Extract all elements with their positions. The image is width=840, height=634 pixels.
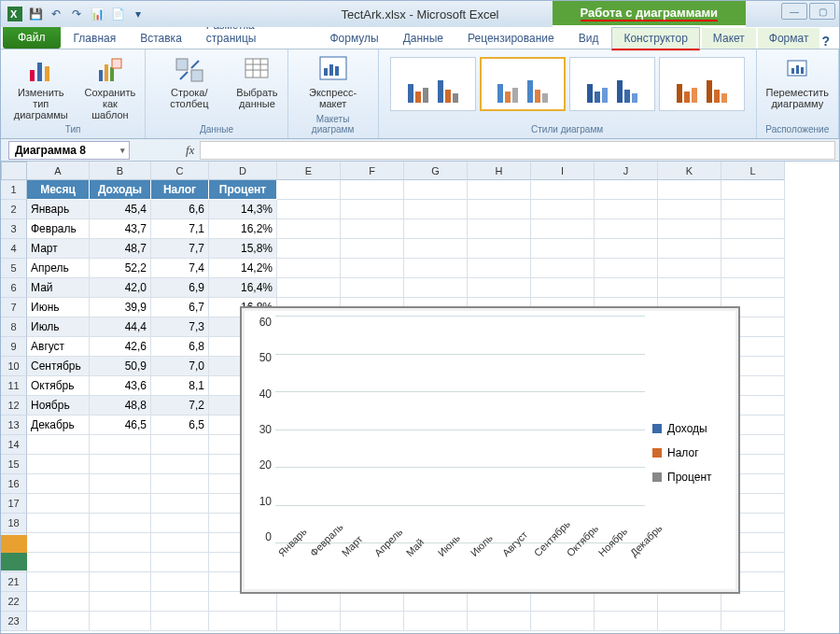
- cell[interactable]: [90, 612, 151, 631]
- cell[interactable]: 7,2: [151, 396, 209, 416]
- cell[interactable]: [27, 533, 90, 553]
- cell[interactable]: [341, 278, 404, 298]
- cell[interactable]: [404, 259, 468, 278]
- cell[interactable]: [531, 200, 595, 219]
- cell[interactable]: 44,4: [90, 317, 151, 337]
- change-chart-type-button[interactable]: Изменить тип диаграммы: [8, 53, 73, 122]
- cell[interactable]: [341, 592, 404, 612]
- cell[interactable]: [721, 239, 785, 259]
- cell[interactable]: [658, 612, 721, 631]
- cell[interactable]: [277, 278, 341, 298]
- cell[interactable]: [27, 474, 90, 494]
- cell[interactable]: [595, 239, 658, 259]
- cell[interactable]: 8,1: [151, 376, 209, 396]
- save-icon[interactable]: 💾: [27, 6, 44, 22]
- table-header[interactable]: Налог: [151, 180, 209, 200]
- cell[interactable]: [90, 553, 151, 572]
- cell[interactable]: 7,3: [151, 317, 209, 337]
- table-header[interactable]: Доходы: [90, 180, 151, 200]
- tab-formulas[interactable]: Формулы: [318, 28, 389, 49]
- cell[interactable]: 48,8: [90, 396, 151, 416]
- cell[interactable]: [341, 239, 404, 259]
- excel-icon[interactable]: X: [7, 6, 23, 22]
- maximize-button[interactable]: ▢: [809, 3, 835, 20]
- cell[interactable]: 45,4: [90, 200, 151, 219]
- cell[interactable]: [531, 180, 595, 200]
- chart-style-2[interactable]: [480, 57, 566, 111]
- cell[interactable]: 48,7: [90, 239, 151, 259]
- cell[interactable]: [27, 455, 90, 474]
- cell[interactable]: Декабрь: [27, 416, 90, 435]
- cell[interactable]: [277, 259, 341, 278]
- tab-view[interactable]: Вид: [567, 28, 610, 49]
- cell[interactable]: [341, 219, 404, 239]
- select-all-button[interactable]: [1, 162, 27, 180]
- cell[interactable]: [27, 612, 90, 631]
- row-header-23[interactable]: 23: [1, 612, 27, 631]
- cell[interactable]: [531, 612, 595, 631]
- cell[interactable]: [468, 180, 531, 200]
- formula-input[interactable]: [200, 141, 835, 160]
- cell[interactable]: [151, 592, 209, 612]
- cell[interactable]: Май: [27, 278, 90, 298]
- cell[interactable]: 7,4: [151, 259, 209, 278]
- cell[interactable]: [658, 180, 721, 200]
- cell[interactable]: Июль: [27, 317, 90, 337]
- cell[interactable]: [468, 612, 531, 631]
- cell[interactable]: 7,7: [151, 239, 209, 259]
- row-header-5[interactable]: 5: [1, 259, 27, 278]
- cell[interactable]: [404, 612, 468, 631]
- cell[interactable]: 7,0: [151, 357, 209, 376]
- cell[interactable]: [721, 200, 785, 219]
- cell[interactable]: [90, 533, 151, 553]
- worksheet[interactable]: 1234567891011121314151617181920212223 AB…: [1, 162, 839, 634]
- cell[interactable]: 42,0: [90, 278, 151, 298]
- cell[interactable]: [658, 200, 721, 219]
- chart-style-3[interactable]: [569, 57, 655, 111]
- cell[interactable]: [151, 514, 209, 533]
- cell[interactable]: [595, 200, 658, 219]
- move-chart-button[interactable]: Переместить диаграмму: [764, 53, 831, 111]
- row-header-18[interactable]: 18: [1, 514, 27, 533]
- tab-chart-format[interactable]: Формат: [758, 28, 820, 49]
- row-header-8[interactable]: 8: [1, 317, 27, 337]
- cell[interactable]: [27, 592, 90, 612]
- cell[interactable]: [151, 553, 209, 572]
- table-header[interactable]: Процент: [209, 180, 277, 200]
- cell[interactable]: [468, 259, 531, 278]
- cell[interactable]: [658, 278, 721, 298]
- cell[interactable]: Апрель: [27, 259, 90, 278]
- cell[interactable]: [721, 278, 785, 298]
- col-header-H[interactable]: H: [468, 162, 531, 180]
- save-template-button[interactable]: Сохранить как шаблон: [82, 53, 137, 122]
- chart-style-4[interactable]: [659, 57, 745, 111]
- minimize-button[interactable]: —: [781, 3, 807, 20]
- cell[interactable]: [404, 219, 468, 239]
- cell[interactable]: Июнь: [27, 298, 90, 317]
- cell[interactable]: Август: [27, 337, 90, 357]
- cell[interactable]: [658, 219, 721, 239]
- chart-icon[interactable]: 📊: [89, 6, 105, 22]
- name-box[interactable]: Диаграмма 8: [8, 141, 130, 160]
- cell[interactable]: [341, 180, 404, 200]
- row-header-6[interactable]: 6: [1, 278, 27, 298]
- cell[interactable]: [341, 259, 404, 278]
- cell[interactable]: [277, 219, 341, 239]
- cell[interactable]: [721, 219, 785, 239]
- cell[interactable]: 6,9: [151, 278, 209, 298]
- cell[interactable]: [90, 514, 151, 533]
- cell[interactable]: [90, 474, 151, 494]
- cell[interactable]: [277, 239, 341, 259]
- cell[interactable]: [531, 278, 595, 298]
- cell[interactable]: [468, 592, 531, 612]
- cell[interactable]: [721, 180, 785, 200]
- cell[interactable]: [277, 180, 341, 200]
- cell[interactable]: 39,9: [90, 298, 151, 317]
- row-header-10[interactable]: 10: [1, 357, 27, 376]
- tab-home[interactable]: Главная: [63, 28, 128, 49]
- cell[interactable]: [27, 514, 90, 533]
- tab-review[interactable]: Рецензирование: [456, 28, 566, 49]
- table-header[interactable]: Месяц: [27, 180, 90, 200]
- embedded-chart[interactable]: 6050403020100 ДоходыНалогПроцент ЯнварьФ…: [240, 306, 740, 594]
- cell[interactable]: [721, 592, 785, 612]
